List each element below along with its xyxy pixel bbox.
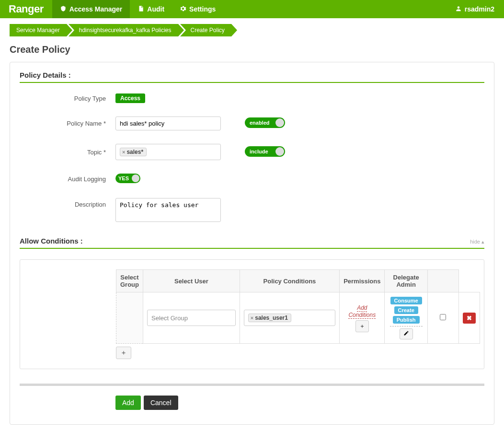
form-panel: Policy Details : Policy Type Access Poli…: [10, 62, 494, 425]
include-toggle[interactable]: include: [245, 146, 285, 157]
nav-access-manager[interactable]: Access Manager: [52, 0, 130, 18]
nav-label: Audit: [147, 5, 164, 13]
col-select-group: Select Group: [116, 270, 143, 292]
col-delegate-admin: Delegate Admin: [385, 270, 427, 292]
nav-label: Access Manager: [69, 5, 123, 13]
delete-row-button[interactable]: ✖: [463, 313, 476, 324]
section-allow-conditions: Allow Conditions : hide ▴: [20, 237, 484, 249]
col-select-user: Select User: [143, 270, 240, 292]
form-footer: Add Cancel: [20, 384, 484, 410]
plus-icon: ＋: [120, 349, 127, 356]
user-menu[interactable]: rsadmin2: [446, 5, 504, 13]
cancel-button[interactable]: Cancel: [144, 396, 178, 410]
label-audit-logging: Audit Logging: [20, 175, 115, 183]
delegate-admin-checkbox[interactable]: [440, 314, 446, 320]
topic-input[interactable]: × sales*: [115, 144, 221, 160]
page-title: Create Policy: [10, 44, 494, 55]
username-label: rsadmin2: [465, 5, 494, 13]
enabled-toggle[interactable]: enabled: [245, 117, 285, 128]
label-topic: Topic *: [20, 149, 115, 156]
topic-tag[interactable]: × sales*: [120, 148, 147, 156]
crumb-service-manager[interactable]: Service Manager: [10, 24, 67, 36]
nav-links: Access Manager Audit Settings: [52, 0, 224, 18]
select-group-input[interactable]: Select Group: [147, 310, 236, 326]
nav-audit[interactable]: Audit: [130, 0, 172, 18]
select-user-input[interactable]: × sales_user1: [244, 310, 335, 326]
add-button[interactable]: Add: [115, 396, 141, 410]
section-policy-details: Policy Details :: [20, 71, 484, 83]
policy-name-input[interactable]: [115, 116, 221, 130]
label-policy-type: Policy Type: [20, 95, 115, 102]
shield-icon: [60, 5, 67, 13]
user-icon: [455, 5, 462, 13]
perm-badge: Publish: [393, 316, 420, 324]
breadcrumb: Service Manager hdinsightsecurekafka_kaf…: [10, 24, 494, 36]
plus-icon: ＋: [359, 322, 365, 330]
edit-permissions-button[interactable]: [400, 328, 413, 339]
conditions-container: Select Group Select User Policy Conditio…: [20, 259, 484, 369]
brand-logo: Ranger: [0, 3, 52, 15]
remove-tag-icon[interactable]: ×: [122, 149, 125, 155]
add-row-button[interactable]: ＋: [116, 347, 131, 359]
label-description: Description: [20, 198, 115, 208]
label-policy-name: Policy Name *: [20, 120, 115, 127]
crumb-create-policy[interactable]: Create Policy: [180, 24, 231, 36]
nav-settings[interactable]: Settings: [172, 0, 223, 18]
close-icon: ✖: [467, 315, 472, 322]
nav-label: Settings: [189, 5, 216, 13]
crumb-policies[interactable]: hdinsightsecurekafka_kafka Policies: [69, 24, 178, 36]
audit-toggle[interactable]: YES: [115, 174, 140, 183]
add-condition-button[interactable]: ＋: [355, 320, 369, 332]
col-permissions: Permissions: [340, 270, 385, 292]
file-icon: [137, 5, 144, 13]
remove-tag-icon[interactable]: ×: [251, 315, 253, 321]
add-conditions-link[interactable]: Add Conditions: [348, 304, 376, 319]
gear-icon: [180, 5, 186, 13]
permissions-list: Consume Create Publish: [390, 296, 423, 326]
drag-handle-icon[interactable]: [116, 292, 143, 344]
perm-badge: Consume: [390, 297, 422, 304]
policy-type-badge: Access: [115, 93, 145, 103]
pencil-icon: [403, 330, 409, 338]
conditions-table: Select Group Select User Policy Conditio…: [116, 269, 480, 344]
top-nav: Ranger Access Manager Audit Settings rsa…: [0, 0, 504, 18]
hide-toggle[interactable]: hide ▴: [470, 239, 484, 245]
chevron-up-icon: ▴: [481, 239, 484, 245]
description-input[interactable]: Policy for sales user: [115, 198, 221, 222]
col-policy-conditions: Policy Conditions: [240, 270, 339, 292]
table-row: Select Group × sales_user1: [116, 292, 480, 344]
perm-badge: Create: [394, 306, 418, 314]
user-tag[interactable]: × sales_user1: [248, 314, 291, 322]
